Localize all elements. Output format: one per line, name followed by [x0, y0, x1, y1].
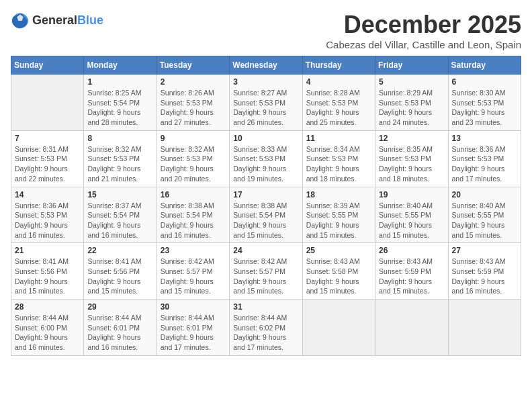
day-number: 15: [87, 190, 152, 199]
day-number: 30: [161, 302, 226, 312]
calendar-cell: [302, 300, 375, 356]
calendar-cell: 26Sunrise: 8:43 AM Sunset: 5:59 PM Dayli…: [375, 243, 448, 300]
day-info: Sunrise: 8:42 AM Sunset: 5:57 PM Dayligh…: [233, 257, 298, 296]
calendar-cell: 16Sunrise: 8:38 AM Sunset: 5:54 PM Dayli…: [157, 187, 229, 243]
day-info: Sunrise: 8:25 AM Sunset: 5:54 PM Dayligh…: [87, 88, 152, 128]
day-number: 27: [452, 246, 517, 255]
week-row-5: 28Sunrise: 8:44 AM Sunset: 6:00 PM Dayli…: [11, 300, 521, 356]
day-number: 6: [452, 77, 517, 87]
day-number: 17: [233, 190, 298, 199]
week-row-2: 7Sunrise: 8:31 AM Sunset: 5:53 PM Daylig…: [11, 130, 521, 187]
day-info: Sunrise: 8:44 AM Sunset: 6:01 PM Dayligh…: [161, 313, 226, 353]
calendar-cell: 8Sunrise: 8:32 AM Sunset: 5:53 PM Daylig…: [84, 130, 157, 187]
day-number: 29: [87, 302, 152, 312]
calendar-cell: 14Sunrise: 8:36 AM Sunset: 5:53 PM Dayli…: [11, 187, 84, 243]
day-info: Sunrise: 8:36 AM Sunset: 5:53 PM Dayligh…: [15, 201, 80, 240]
calendar-cell: 2Sunrise: 8:26 AM Sunset: 5:53 PM Daylig…: [157, 75, 229, 131]
header-cell-sunday: Sunday: [11, 56, 84, 75]
calendar-cell: 24Sunrise: 8:42 AM Sunset: 5:57 PM Dayli…: [230, 243, 302, 300]
day-info: Sunrise: 8:31 AM Sunset: 5:53 PM Dayligh…: [15, 144, 80, 184]
week-row-4: 21Sunrise: 8:41 AM Sunset: 5:56 PM Dayli…: [11, 243, 521, 300]
calendar-cell: 29Sunrise: 8:44 AM Sunset: 6:01 PM Dayli…: [84, 300, 157, 356]
calendar-cell: 18Sunrise: 8:39 AM Sunset: 5:55 PM Dayli…: [302, 187, 375, 243]
day-number: 25: [306, 246, 371, 255]
day-info: Sunrise: 8:43 AM Sunset: 5:59 PM Dayligh…: [452, 257, 517, 296]
calendar-cell: [11, 75, 84, 131]
calendar-cell: 13Sunrise: 8:36 AM Sunset: 5:53 PM Dayli…: [448, 130, 521, 187]
calendar-cell: 30Sunrise: 8:44 AM Sunset: 6:01 PM Dayli…: [157, 300, 229, 356]
calendar-cell: 11Sunrise: 8:34 AM Sunset: 5:53 PM Dayli…: [302, 130, 375, 187]
day-info: Sunrise: 8:30 AM Sunset: 5:53 PM Dayligh…: [452, 88, 517, 128]
day-info: Sunrise: 8:26 AM Sunset: 5:53 PM Dayligh…: [161, 88, 226, 128]
header-cell-friday: Friday: [375, 56, 448, 75]
calendar-cell: 21Sunrise: 8:41 AM Sunset: 5:56 PM Dayli…: [11, 243, 84, 300]
day-number: 18: [306, 190, 371, 199]
day-number: 22: [87, 246, 152, 255]
main-title: December 2025: [326, 11, 521, 39]
calendar-cell: 25Sunrise: 8:43 AM Sunset: 5:58 PM Dayli…: [302, 243, 375, 300]
day-number: 19: [379, 190, 444, 199]
week-row-1: 1Sunrise: 8:25 AM Sunset: 5:54 PM Daylig…: [11, 75, 521, 131]
calendar-cell: 28Sunrise: 8:44 AM Sunset: 6:00 PM Dayli…: [11, 300, 84, 356]
calendar-cell: 6Sunrise: 8:30 AM Sunset: 5:53 PM Daylig…: [448, 75, 521, 131]
day-info: Sunrise: 8:43 AM Sunset: 5:58 PM Dayligh…: [306, 257, 371, 296]
header-cell-saturday: Saturday: [448, 56, 521, 75]
day-info: Sunrise: 8:32 AM Sunset: 5:53 PM Dayligh…: [161, 144, 226, 184]
day-info: Sunrise: 8:44 AM Sunset: 6:00 PM Dayligh…: [15, 313, 80, 353]
title-section: December 2025 Cabezas del Villar, Castil…: [326, 11, 521, 50]
header-row: SundayMondayTuesdayWednesdayThursdayFrid…: [11, 56, 521, 75]
header-cell-tuesday: Tuesday: [157, 56, 229, 75]
day-number: 28: [15, 302, 80, 312]
day-number: 2: [161, 77, 226, 87]
day-number: 8: [87, 134, 152, 143]
calendar-cell: 5Sunrise: 8:29 AM Sunset: 5:53 PM Daylig…: [375, 75, 448, 131]
day-info: Sunrise: 8:41 AM Sunset: 5:56 PM Dayligh…: [15, 257, 80, 296]
day-info: Sunrise: 8:42 AM Sunset: 5:57 PM Dayligh…: [161, 257, 226, 296]
logo-general: General: [32, 13, 77, 28]
day-info: Sunrise: 8:43 AM Sunset: 5:59 PM Dayligh…: [379, 257, 444, 296]
calendar-header: SundayMondayTuesdayWednesdayThursdayFrid…: [11, 56, 521, 75]
day-number: 24: [233, 246, 298, 255]
logo-icon: [11, 11, 30, 30]
calendar-cell: 3Sunrise: 8:27 AM Sunset: 5:53 PM Daylig…: [230, 75, 302, 131]
logo-blue: Blue: [77, 13, 103, 28]
day-info: Sunrise: 8:33 AM Sunset: 5:53 PM Dayligh…: [233, 144, 298, 184]
day-info: Sunrise: 8:36 AM Sunset: 5:53 PM Dayligh…: [452, 144, 517, 184]
day-info: Sunrise: 8:44 AM Sunset: 6:01 PM Dayligh…: [87, 313, 152, 353]
day-info: Sunrise: 8:37 AM Sunset: 5:54 PM Dayligh…: [87, 201, 152, 240]
day-number: 7: [15, 134, 80, 143]
day-info: Sunrise: 8:39 AM Sunset: 5:55 PM Dayligh…: [306, 201, 371, 240]
day-number: 13: [452, 134, 517, 143]
calendar-cell: 10Sunrise: 8:33 AM Sunset: 5:53 PM Dayli…: [230, 130, 302, 187]
day-info: Sunrise: 8:29 AM Sunset: 5:53 PM Dayligh…: [379, 88, 444, 128]
day-number: 11: [306, 134, 371, 143]
calendar-cell: 1Sunrise: 8:25 AM Sunset: 5:54 PM Daylig…: [84, 75, 157, 131]
day-info: Sunrise: 8:38 AM Sunset: 5:54 PM Dayligh…: [233, 201, 298, 240]
calendar-cell: 4Sunrise: 8:28 AM Sunset: 5:53 PM Daylig…: [302, 75, 375, 131]
logo-text: General Blue: [32, 13, 103, 28]
day-number: 16: [161, 190, 226, 199]
calendar-body: 1Sunrise: 8:25 AM Sunset: 5:54 PM Daylig…: [11, 75, 521, 356]
week-row-3: 14Sunrise: 8:36 AM Sunset: 5:53 PM Dayli…: [11, 187, 521, 243]
calendar-cell: 17Sunrise: 8:38 AM Sunset: 5:54 PM Dayli…: [230, 187, 302, 243]
calendar-cell: [375, 300, 448, 356]
calendar-cell: 31Sunrise: 8:44 AM Sunset: 6:02 PM Dayli…: [230, 300, 302, 356]
logo: General Blue: [11, 11, 103, 30]
day-info: Sunrise: 8:32 AM Sunset: 5:53 PM Dayligh…: [87, 144, 152, 184]
day-info: Sunrise: 8:41 AM Sunset: 5:56 PM Dayligh…: [87, 257, 152, 296]
day-number: 26: [379, 246, 444, 255]
day-number: 31: [233, 302, 298, 312]
page-header: General Blue December 2025 Cabezas del V…: [11, 11, 521, 50]
day-info: Sunrise: 8:28 AM Sunset: 5:53 PM Dayligh…: [306, 88, 371, 128]
day-number: 23: [161, 246, 226, 255]
day-info: Sunrise: 8:35 AM Sunset: 5:53 PM Dayligh…: [379, 144, 444, 184]
subtitle: Cabezas del Villar, Castille and Leon, S…: [326, 39, 521, 50]
header-cell-wednesday: Wednesday: [230, 56, 302, 75]
day-number: 9: [161, 134, 226, 143]
day-number: 5: [379, 77, 444, 87]
day-number: 12: [379, 134, 444, 143]
calendar-cell: 12Sunrise: 8:35 AM Sunset: 5:53 PM Dayli…: [375, 130, 448, 187]
day-info: Sunrise: 8:38 AM Sunset: 5:54 PM Dayligh…: [161, 201, 226, 240]
day-number: 21: [15, 246, 80, 255]
calendar-cell: 19Sunrise: 8:40 AM Sunset: 5:55 PM Dayli…: [375, 187, 448, 243]
